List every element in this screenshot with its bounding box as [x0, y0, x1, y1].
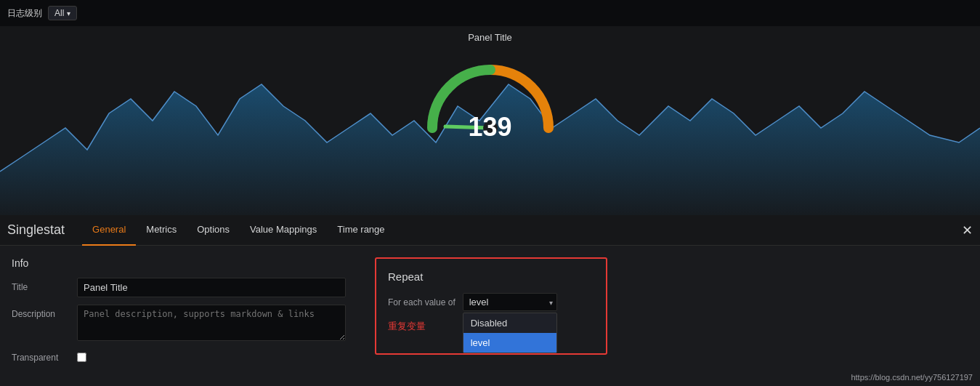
close-button[interactable]: ✕: [962, 222, 973, 238]
log-level-label: 日志级别: [7, 7, 42, 20]
repeat-var-label: 重复变量: [388, 320, 426, 333]
info-panel: Info Title Description Transparent: [12, 257, 346, 374]
description-row: Description: [12, 305, 346, 341]
top-bar: 日志级别 All ▾: [0, 0, 980, 26]
content-area: Info Title Description Transparent Repea…: [0, 246, 980, 386]
log-level-dropdown[interactable]: All ▾: [48, 6, 77, 20]
description-input[interactable]: [77, 305, 346, 341]
description-label: Description: [12, 305, 77, 319]
tab-options[interactable]: Options: [187, 215, 240, 246]
title-row: Title: [12, 278, 346, 297]
title-input[interactable]: [77, 278, 346, 297]
repeat-title: Repeat: [388, 270, 594, 283]
transparent-row: Transparent: [12, 348, 346, 363]
info-title: Info: [12, 257, 346, 269]
repeat-row: For each value of Disabled level ▾ Disab…: [388, 293, 594, 311]
repeat-box: Repeat For each value of Disabled level …: [375, 257, 607, 355]
gauge-value: 139: [468, 112, 511, 142]
footer-link[interactable]: https://blog.csdn.net/yy756127197: [851, 373, 973, 382]
chart-area: Panel Title 139: [0, 26, 980, 215]
dropdown-value: All: [54, 8, 64, 18]
transparent-checkbox[interactable]: [77, 353, 86, 362]
title-label: Title: [12, 278, 77, 292]
panel-type-label: Singlestat: [7, 222, 65, 238]
select-wrapper: Disabled level ▾ Disabled level: [463, 293, 557, 311]
dropdown-item-level[interactable]: level: [463, 333, 556, 353]
repeat-panel: Repeat For each value of Disabled level …: [375, 257, 607, 374]
tab-value-mappings[interactable]: Value Mappings: [240, 215, 327, 246]
dropdown-arrow-icon: ▾: [67, 9, 70, 17]
dropdown-menu: Disabled level: [463, 313, 557, 353]
tab-time-range[interactable]: Time range: [327, 215, 394, 246]
tab-general[interactable]: General: [82, 215, 136, 246]
for-each-label: For each value of: [388, 297, 455, 307]
dropdown-item-disabled[interactable]: Disabled: [463, 313, 556, 333]
tabs-bar: Singlestat General Metrics Options Value…: [0, 215, 980, 246]
repeat-variable-select[interactable]: Disabled level: [463, 293, 557, 311]
transparent-label: Transparent: [12, 348, 77, 363]
panel-title: Panel Title: [468, 32, 512, 43]
gauge-overlay: 139: [418, 48, 563, 150]
tab-metrics[interactable]: Metrics: [136, 215, 187, 246]
